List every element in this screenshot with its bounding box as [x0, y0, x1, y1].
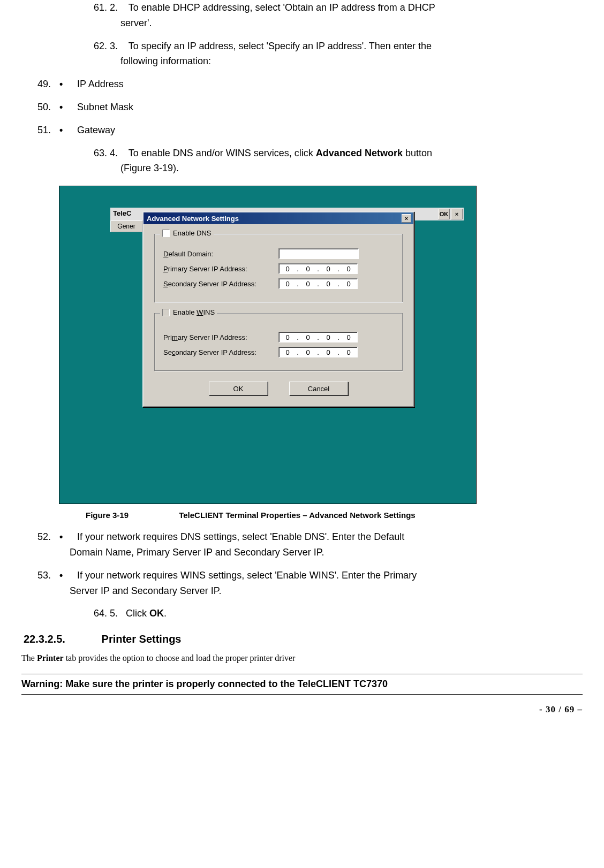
warning-text: Warning: Make sure the printer is proper… [21, 679, 583, 690]
enable-wins-checkbox[interactable] [162, 309, 170, 316]
bullet-icon: • [59, 529, 69, 545]
enable-dns-legend[interactable]: Enable DNS [160, 229, 214, 237]
step-text-post: button [403, 148, 432, 158]
step-64: 64. 5. Click OK. [94, 606, 583, 621]
bullet-number: 52. [37, 529, 57, 545]
step-text-cont: (Figure 3-19). [94, 161, 583, 176]
background-window-label: TeleC [113, 208, 131, 217]
step-number: 64. 5. [94, 608, 118, 619]
bullet-53: 53. • If your network requires WINS sett… [37, 568, 583, 599]
cancel-button[interactable]: Cancel [289, 382, 348, 395]
wins-secondary-label: Secondary Server IP Address: [163, 348, 278, 356]
ok-button[interactable]: OK [209, 382, 268, 395]
step-number: 62. 3. [94, 41, 118, 51]
divider-top [21, 674, 583, 674]
bullet-icon: • [59, 77, 69, 92]
background-tab-general[interactable]: Gener [110, 220, 142, 232]
dns-groupbox: Enable DNS Default Domain: Primary Serve… [154, 234, 403, 302]
bullet-text: Gateway [77, 125, 115, 135]
bullet-number: 50. [37, 100, 57, 115]
wins-primary-ip-input[interactable]: 0. 0. 0. 0 [278, 332, 358, 342]
step-text-post: . [164, 608, 167, 619]
background-close-button[interactable]: × [451, 209, 463, 219]
wins-secondary-ip-input[interactable]: 0. 0. 0. 0 [278, 347, 358, 357]
dns-secondary-label: Secondary Server IP Address: [163, 280, 278, 288]
enable-dns-checkbox[interactable] [162, 230, 170, 237]
wins-primary-label: Primary Server IP Address: [163, 333, 278, 341]
step-63: 63. 4. To enable DNS and/or WINS service… [94, 146, 583, 177]
step-text-cont: server'. [94, 16, 583, 31]
page-number: - 30 / 69 – [21, 704, 583, 715]
dialog-title-text: Advanced Network Settings [147, 215, 239, 223]
bullet-number: 53. [37, 568, 57, 583]
heading-number: 22.3.2.5. [24, 633, 99, 645]
bullet-51: 51. • Gateway [37, 123, 583, 138]
advanced-network-dialog: Advanced Network Settings × Enable DNS D… [142, 211, 414, 407]
screenshot-desktop: OK × TeleC Gener Advanced Network Settin… [59, 186, 477, 504]
bullet-49: 49. • IP Address [37, 77, 583, 92]
step-text-bold: OK [149, 608, 164, 619]
step-text-bold: Advanced Network [316, 148, 403, 158]
bullet-text-cont: Domain Name, Primary Server IP and Secon… [37, 545, 583, 560]
figure-title: TeleCLIENT Terminal Properties – Advance… [179, 511, 416, 520]
dns-secondary-ip-input[interactable]: 0. 0. 0. 0 [278, 278, 358, 289]
bullet-number: 49. [37, 77, 57, 92]
bullet-icon: • [59, 123, 69, 138]
step-number: 61. 2. [94, 2, 118, 13]
bullet-number: 51. [37, 123, 57, 138]
bullet-text: If your network requires WINS settings, … [77, 570, 417, 581]
figure-caption: Figure 3-19 TeleCLIENT Terminal Properti… [86, 511, 583, 520]
background-ok-button[interactable]: OK [438, 209, 450, 219]
bullet-text: If your network requires DNS settings, s… [77, 531, 404, 542]
step-62: 62. 3. To specify an IP address, select … [94, 39, 583, 70]
bullet-52: 52. • If your network requires DNS setti… [37, 529, 583, 560]
heading-text: Printer Settings [102, 633, 182, 645]
step-text: To enable DHCP addressing, select 'Obtai… [129, 2, 435, 13]
dns-primary-label: Primary Server IP Address: [163, 265, 278, 273]
step-text-pre: Click [126, 608, 149, 619]
enable-wins-label: Enable WINS [173, 308, 215, 316]
printer-body-text: The Printer tab provides the option to c… [21, 653, 583, 664]
dns-primary-ip-input[interactable]: 0. 0. 0. 0 [278, 263, 358, 274]
default-domain-input[interactable] [278, 248, 359, 259]
step-61: 61. 2. To enable DHCP addressing, select… [94, 0, 583, 31]
enable-wins-legend[interactable]: Enable WINS [160, 308, 217, 316]
bullet-text-cont: Server IP and Secondary Server IP. [37, 583, 583, 599]
enable-dns-label: Enable DNS [173, 229, 212, 237]
heading-printer-settings: 22.3.2.5. Printer Settings [24, 633, 583, 645]
step-text-pre: To enable DNS and/or WINS services, clic… [129, 148, 316, 158]
bullet-text: IP Address [77, 79, 124, 89]
bullet-50: 50. • Subnet Mask [37, 100, 583, 115]
step-number: 63. 4. [94, 148, 118, 158]
bullet-icon: • [59, 568, 69, 583]
close-icon[interactable]: × [402, 214, 411, 223]
figure-3-19: OK × TeleC Gener Advanced Network Settin… [59, 186, 583, 504]
dialog-titlebar: Advanced Network Settings × [144, 212, 413, 224]
default-domain-label: Default Domain: [163, 250, 278, 258]
step-text-cont: following information: [94, 54, 583, 69]
wins-groupbox: Enable WINS Primary Server IP Address: 0… [154, 313, 403, 371]
figure-number: Figure 3-19 [86, 511, 177, 520]
step-text: To specify an IP address, select 'Specif… [129, 41, 432, 51]
divider-bottom [21, 694, 583, 695]
bullet-text: Subnet Mask [77, 102, 133, 112]
bullet-icon: • [59, 100, 69, 115]
